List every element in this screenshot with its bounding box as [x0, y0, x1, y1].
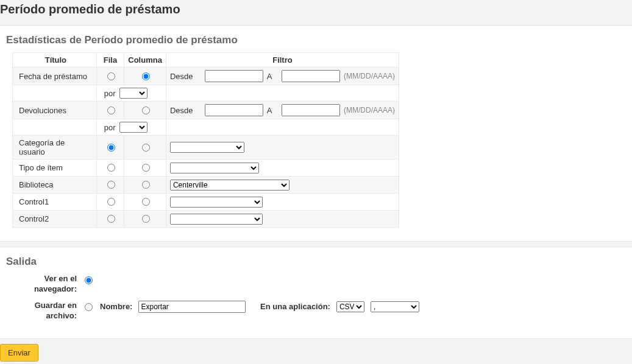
submit-bar: Enviar	[0, 339, 632, 364]
label-app: En una aplicación:	[260, 302, 330, 311]
label-file-name: Nombre:	[100, 302, 132, 311]
select-biblioteca[interactable]: Centerville	[170, 180, 289, 191]
radio-row-categoria-usuario[interactable]	[107, 144, 115, 152]
label-view-browser: Ver en el navegador:	[6, 274, 82, 295]
radio-col-devoluciones[interactable]	[142, 107, 150, 114]
select-format[interactable]: CSV	[336, 301, 364, 312]
radio-col-control2[interactable]	[142, 215, 150, 223]
input-to-fecha-prestamo[interactable]	[282, 70, 340, 82]
select-tipo-item[interactable]	[170, 163, 259, 173]
label-control1: Control1	[13, 194, 97, 211]
input-to-devoluciones[interactable]	[282, 104, 340, 116]
input-from-devoluciones[interactable]	[205, 104, 263, 116]
row-devoluciones: Devoluciones Desde A (MM/DD/AAAA)	[13, 102, 399, 119]
label-fecha-prestamo: Fecha de préstamo	[13, 68, 97, 85]
radio-col-fecha-prestamo[interactable]	[142, 72, 150, 80]
select-control1[interactable]	[170, 197, 263, 208]
input-from-fecha-prestamo[interactable]	[205, 70, 263, 82]
to-label: A	[267, 72, 272, 81]
label-biblioteca: Biblioteca	[13, 177, 97, 194]
stats-heading: Estadísticas de Período promedio de prés…	[6, 34, 626, 46]
row-tipo-item: Tipo de ítem	[13, 159, 399, 177]
radio-row-tipo-item[interactable]	[107, 164, 115, 172]
output-heading: Salida	[6, 256, 626, 268]
th-title: Título	[13, 53, 97, 68]
stats-table: Título Fila Columna Filtro Fecha de prés…	[12, 52, 399, 228]
th-row: Fila	[96, 53, 124, 68]
output-panel: Salida Ver en el navegador: Guardar en a…	[0, 247, 632, 339]
label-devoluciones: Devoluciones	[13, 102, 97, 119]
radio-save-file[interactable]	[85, 303, 93, 311]
row-control1: Control1	[13, 194, 399, 211]
page-title: Período promedio de préstamo	[0, 0, 632, 25]
radio-row-control2[interactable]	[107, 215, 115, 223]
row-fecha-prestamo: Fecha de préstamo Desde A (MM/DD/AAAA)	[13, 68, 399, 85]
date-format-hint: (MM/DD/AAAA)	[344, 106, 395, 114]
radio-col-tipo-item[interactable]	[142, 164, 150, 172]
select-control2[interactable]	[170, 214, 263, 225]
label-save-file: Guardar en archivo:	[6, 301, 82, 321]
radio-col-categoria-usuario[interactable]	[142, 144, 150, 152]
select-categoria-usuario[interactable]	[170, 142, 244, 153]
select-por-fecha-prestamo[interactable]	[119, 88, 147, 99]
row-fecha-prestamo-por: por	[13, 85, 399, 102]
radio-col-control1[interactable]	[142, 198, 150, 206]
por-label: por	[104, 123, 116, 132]
label-tipo-item: Tipo de ítem	[13, 159, 97, 177]
date-format-hint: (MM/DD/AAAA)	[344, 72, 395, 80]
from-label: Desde	[170, 106, 193, 115]
radio-view-browser[interactable]	[85, 276, 93, 284]
select-delimiter[interactable]: ,	[371, 301, 419, 312]
output-row-view-browser: Ver en el navegador:	[6, 274, 626, 295]
th-filter: Filtro	[166, 53, 399, 68]
row-biblioteca: Biblioteca Centerville	[13, 177, 399, 194]
label-categoria-usuario: Categoría de usuario	[13, 136, 97, 159]
radio-row-biblioteca[interactable]	[107, 181, 115, 189]
th-col: Columna	[124, 53, 166, 68]
por-label: por	[104, 89, 116, 98]
from-label: Desde	[170, 72, 193, 81]
to-label: A	[267, 106, 272, 115]
radio-col-biblioteca[interactable]	[142, 181, 150, 189]
input-file-name[interactable]	[138, 301, 246, 313]
radio-row-fecha-prestamo[interactable]	[107, 72, 115, 80]
row-control2: Control2	[13, 211, 399, 228]
radio-row-control1[interactable]	[107, 198, 115, 206]
submit-button[interactable]: Enviar	[0, 344, 38, 362]
stats-panel: Estadísticas de Período promedio de prés…	[0, 25, 632, 242]
select-por-devoluciones[interactable]	[119, 122, 147, 133]
label-control2: Control2	[13, 211, 97, 228]
row-categoria-usuario: Categoría de usuario	[13, 136, 399, 159]
radio-row-devoluciones[interactable]	[107, 107, 115, 114]
row-devoluciones-por: por	[13, 119, 399, 136]
output-row-save-file: Guardar en archivo: Nombre: En una aplic…	[6, 301, 626, 321]
